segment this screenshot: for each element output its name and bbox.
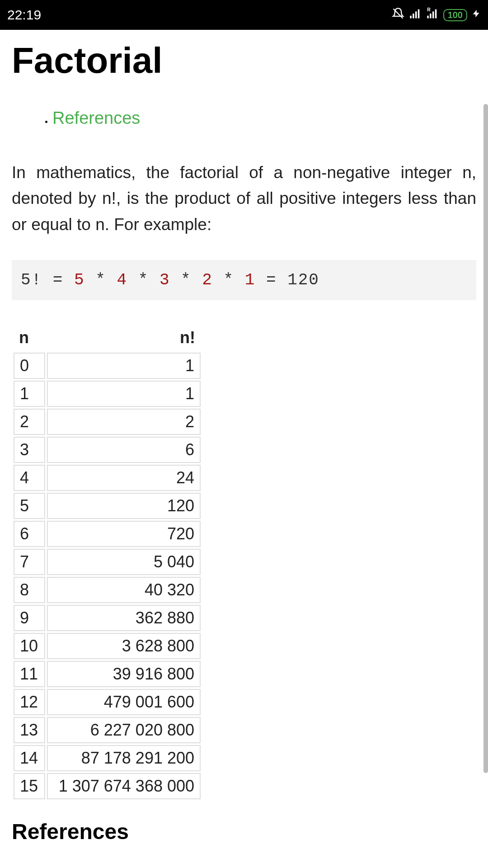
references-heading: References — [12, 819, 476, 844]
svg-text:R: R — [427, 7, 431, 12]
signal-roaming-icon: R — [426, 7, 439, 23]
table-cell-nf: 3 628 800 — [47, 633, 201, 659]
table-cell-nf: 1 — [47, 353, 201, 379]
code-num: 3 — [160, 271, 170, 289]
code-num: 2 — [202, 271, 213, 289]
table-row: 1487 178 291 200 — [14, 745, 201, 771]
table-cell-nf: 479 001 600 — [47, 689, 201, 715]
table-cell-nf: 5 040 — [47, 549, 201, 575]
signal-icon — [409, 7, 422, 23]
table-cell-nf: 40 320 — [47, 577, 201, 603]
code-prefix: 5! = — [21, 271, 74, 289]
status-bar: 22:19 R 100 — [0, 0, 488, 30]
table-cell-nf: 1 — [47, 381, 201, 407]
table-row: 01 — [14, 353, 201, 379]
svg-rect-3 — [415, 11, 417, 18]
battery-icon: 100 — [443, 9, 467, 21]
code-num: 5 — [74, 271, 85, 289]
intro-paragraph: In mathematics, the factorial of a non-n… — [12, 160, 476, 237]
table-cell-n: 2 — [14, 409, 45, 435]
svg-rect-8 — [432, 11, 434, 18]
table-cell-nf: 120 — [47, 493, 201, 519]
references-link[interactable]: References — [52, 108, 140, 127]
table-cell-nf: 24 — [47, 465, 201, 491]
svg-rect-2 — [413, 14, 414, 19]
table-row: 103 628 800 — [14, 633, 201, 659]
table-row: 1139 916 800 — [14, 661, 201, 687]
battery-level: 100 — [448, 10, 463, 20]
table-cell-n: 0 — [14, 353, 45, 379]
svg-rect-1 — [410, 15, 412, 18]
table-cell-n: 9 — [14, 605, 45, 631]
table-header-nf: n! — [47, 325, 201, 351]
table-row: 151 307 674 368 000 — [14, 773, 201, 799]
table-cell-nf: 1 307 674 368 000 — [47, 773, 201, 799]
svg-rect-6 — [427, 15, 429, 18]
code-num: 4 — [117, 271, 127, 289]
table-cell-nf: 87 178 291 200 — [47, 745, 201, 771]
table-cell-nf: 362 880 — [47, 605, 201, 631]
table-header-row: n n! — [14, 325, 201, 351]
table-row: 9362 880 — [14, 605, 201, 631]
table-row: 840 320 — [14, 577, 201, 603]
table-cell-n: 5 — [14, 493, 45, 519]
table-of-contents: References — [52, 108, 476, 128]
table-cell-n: 14 — [14, 745, 45, 771]
page-title: Factorial — [12, 40, 476, 81]
notification-mute-icon — [392, 7, 404, 23]
content-area[interactable]: Factorial References In mathematics, the… — [0, 30, 488, 868]
svg-rect-4 — [418, 9, 419, 18]
scrollbar[interactable] — [483, 104, 488, 773]
charging-icon — [472, 7, 481, 23]
table-cell-n: 10 — [14, 633, 45, 659]
table-cell-n: 15 — [14, 773, 45, 799]
table-row: 12479 001 600 — [14, 689, 201, 715]
table-row: 5120 — [14, 493, 201, 519]
table-header-n: n — [14, 325, 45, 351]
table-cell-nf: 6 227 020 800 — [47, 717, 201, 743]
svg-rect-7 — [430, 14, 432, 19]
toc-item: References — [52, 108, 476, 128]
table-cell-n: 4 — [14, 465, 45, 491]
table-row: 136 227 020 800 — [14, 717, 201, 743]
table-row: 6720 — [14, 521, 201, 547]
table-row: 22 — [14, 409, 201, 435]
table-cell-n: 12 — [14, 689, 45, 715]
table-row: 36 — [14, 437, 201, 463]
svg-rect-9 — [435, 9, 436, 18]
table-cell-nf: 6 — [47, 437, 201, 463]
code-example: 5! = 5 * 4 * 3 * 2 * 1 = 120 — [12, 260, 476, 300]
table-row: 75 040 — [14, 549, 201, 575]
status-time: 22:19 — [7, 7, 41, 23]
table-cell-nf: 2 — [47, 409, 201, 435]
table-cell-n: 1 — [14, 381, 45, 407]
code-suffix: = 120 — [255, 271, 319, 289]
table-cell-nf: 39 916 800 — [47, 661, 201, 687]
factorial-table: n n! 011122364245120672075 040840 320936… — [12, 323, 202, 801]
table-cell-n: 11 — [14, 661, 45, 687]
table-cell-n: 13 — [14, 717, 45, 743]
table-cell-nf: 720 — [47, 521, 201, 547]
table-cell-n: 8 — [14, 577, 45, 603]
table-cell-n: 6 — [14, 521, 45, 547]
code-num: 1 — [245, 271, 256, 289]
table-row: 424 — [14, 465, 201, 491]
table-cell-n: 3 — [14, 437, 45, 463]
table-row: 11 — [14, 381, 201, 407]
table-cell-n: 7 — [14, 549, 45, 575]
